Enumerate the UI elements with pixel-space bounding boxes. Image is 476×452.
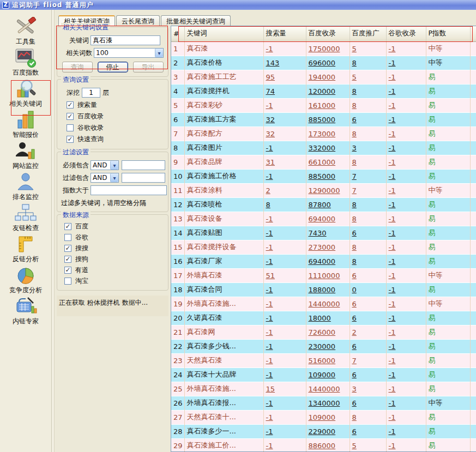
search-volume-cell[interactable]: 32 [263, 112, 306, 126]
value-link[interactable]: -1 [389, 442, 396, 450]
sidebar-item-friend-link-check[interactable]: 友链检查 [4, 204, 47, 233]
value-link[interactable]: 6 [352, 342, 357, 351]
value-link[interactable]: 3 [352, 144, 357, 152]
checkbox-unchecked-icon[interactable] [64, 278, 71, 285]
value-link[interactable]: -1 [389, 116, 396, 124]
checkbox-unchecked-icon[interactable] [67, 124, 74, 131]
google-index-cell[interactable]: -1 [386, 438, 426, 452]
baidu-ads-cell[interactable]: 8 [350, 197, 386, 212]
query-setting-option[interactable]: 搜索量 [67, 100, 165, 110]
query-setting-option[interactable]: 快速查询 [67, 135, 165, 144]
search-volume-cell[interactable]: 51 [263, 268, 306, 282]
value-link[interactable]: -1 [266, 357, 273, 365]
search-volume-cell[interactable]: 143 [263, 56, 306, 70]
checkbox-checked-icon[interactable] [67, 101, 74, 109]
value-link[interactable]: -1 [389, 144, 396, 152]
sidebar-item-backlink-analysis[interactable]: 反链分析 [4, 235, 47, 264]
baidu-ads-cell[interactable]: 6 [350, 297, 386, 311]
search-volume-cell[interactable]: -1 [263, 367, 306, 382]
value-link[interactable]: 74 [266, 87, 275, 95]
value-link[interactable]: 6 [352, 314, 357, 322]
table-row[interactable]: 9真石漆品牌316610008-1易 [171, 155, 476, 169]
value-link[interactable]: 1340000 [309, 399, 340, 407]
value-link[interactable]: -1 [266, 427, 273, 436]
value-link[interactable]: 696000 [309, 59, 336, 67]
google-index-cell[interactable]: -1 [386, 141, 426, 155]
search-volume-cell[interactable]: -1 [263, 98, 306, 112]
value-link[interactable]: 8 [352, 59, 357, 67]
value-link[interactable]: 109000 [309, 413, 336, 421]
baidu-ads-cell[interactable]: 7 [350, 353, 386, 367]
value-link[interactable]: -1 [389, 229, 396, 237]
value-link[interactable]: 661000 [309, 158, 336, 166]
tab-cloud-longtail-query[interactable]: 云长尾查询 [116, 15, 160, 26]
google-index-cell[interactable]: -1 [386, 212, 426, 226]
baidu-index-cell[interactable]: 229000 [306, 424, 350, 438]
value-link[interactable]: -1 [389, 413, 396, 421]
baidu-index-cell[interactable]: 173000 [306, 126, 350, 141]
value-link[interactable]: 8 [352, 130, 357, 138]
table-row[interactable]: 18真石漆合同-11880000-1易 [171, 282, 476, 297]
baidu-ads-cell[interactable]: 6 [350, 112, 386, 126]
baidu-ads-cell[interactable]: 0 [350, 282, 386, 297]
google-index-cell[interactable]: -1 [386, 382, 426, 396]
google-index-cell[interactable]: -1 [386, 41, 426, 56]
table-row[interactable]: 8真石漆图片-13320003-1易 [171, 141, 476, 155]
google-index-cell[interactable]: -1 [386, 84, 426, 98]
table-row[interactable]: 6真石漆施工方案328850006-1易 [171, 112, 476, 126]
sidebar-item-site-monitor[interactable]: 网站监控 [4, 142, 47, 171]
value-link[interactable]: -1 [266, 215, 273, 223]
search-volume-cell[interactable]: 31 [263, 155, 306, 169]
value-link[interactable]: 95 [266, 73, 275, 81]
baidu-ads-cell[interactable]: 6 [350, 396, 386, 410]
data-source-option[interactable]: 淘宝 [64, 276, 165, 286]
baidu-ads-cell[interactable]: 8 [350, 84, 386, 98]
data-source-option[interactable]: 搜搜 [64, 244, 165, 253]
baidu-index-cell[interactable]: 696000 [306, 56, 350, 70]
google-index-cell[interactable]: -1 [386, 126, 426, 141]
baidu-index-cell[interactable]: 188000 [306, 282, 350, 297]
value-link[interactable]: 8 [352, 215, 357, 223]
filter-contain-input[interactable] [122, 173, 165, 183]
value-link[interactable]: 1440000 [309, 385, 340, 393]
baidu-index-cell[interactable]: 230000 [306, 339, 350, 353]
value-link[interactable]: 161000 [309, 101, 336, 110]
value-link[interactable]: -1 [389, 342, 396, 351]
baidu-ads-cell[interactable]: 6 [350, 311, 386, 325]
table-row[interactable]: 20久诺真石漆-1180006-1易 [171, 311, 476, 325]
value-link[interactable]: -1 [266, 286, 273, 294]
value-link[interactable]: -1 [266, 399, 273, 407]
value-link[interactable]: -1 [389, 130, 396, 138]
value-link[interactable]: 8 [266, 201, 270, 209]
google-index-cell[interactable]: -1 [386, 70, 426, 84]
google-index-cell[interactable]: -1 [386, 410, 426, 424]
baidu-index-cell[interactable]: 516000 [306, 353, 350, 367]
baidu-ads-cell[interactable]: 7 [350, 183, 386, 197]
table-row[interactable]: 26外墙真石漆报...-113400006-1中等 [171, 396, 476, 410]
search-volume-cell[interactable]: 8 [263, 197, 306, 212]
value-link[interactable]: -1 [266, 257, 273, 266]
baidu-index-cell[interactable]: 332000 [306, 141, 350, 155]
value-link[interactable]: -1 [266, 342, 273, 351]
baidu-index-cell[interactable]: 886000 [306, 438, 350, 452]
chevron-down-icon[interactable] [155, 49, 163, 57]
baidu-index-cell[interactable]: 109000 [306, 367, 350, 382]
value-link[interactable]: 6 [352, 371, 357, 379]
data-source-option[interactable]: 百度 [64, 222, 165, 231]
value-link[interactable]: 273000 [309, 243, 336, 251]
search-volume-cell[interactable]: -1 [263, 254, 306, 268]
google-index-cell[interactable]: -1 [386, 183, 426, 197]
value-link[interactable]: 188000 [309, 286, 336, 294]
value-link[interactable]: -1 [266, 243, 273, 251]
value-link[interactable]: 885000 [309, 116, 336, 124]
value-link[interactable]: 7430 [309, 229, 327, 237]
value-link[interactable]: -1 [389, 272, 396, 280]
baidu-ads-cell[interactable]: 8 [350, 240, 386, 254]
baidu-index-cell[interactable]: 694000 [306, 254, 350, 268]
google-index-cell[interactable]: -1 [386, 396, 426, 410]
value-link[interactable]: 18000 [309, 314, 331, 322]
filter-contain-op-select[interactable]: AND [91, 173, 119, 183]
value-link[interactable]: -1 [389, 385, 396, 393]
value-link[interactable]: -1 [266, 300, 273, 308]
search-volume-cell[interactable]: -1 [263, 41, 306, 56]
